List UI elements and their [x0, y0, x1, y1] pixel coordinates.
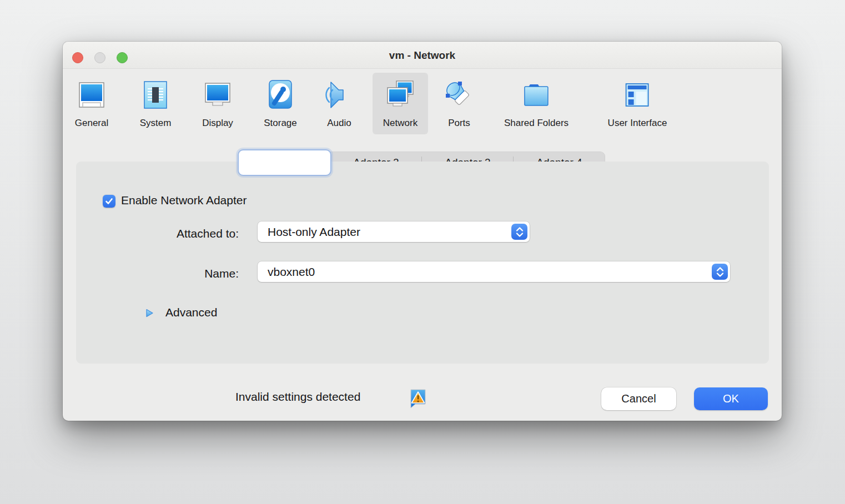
toolbar-label: Audio	[327, 118, 351, 129]
enable-network-adapter-checkbox[interactable]	[103, 195, 115, 208]
cancel-button[interactable]: Cancel	[601, 387, 676, 410]
settings-window: vm - Network General	[63, 42, 782, 421]
enable-network-adapter-label: Enable Network Adapter	[121, 194, 247, 207]
toolbar-label: Ports	[448, 118, 470, 129]
toolbar-item-system[interactable]: System	[128, 73, 183, 134]
user-interface-window-icon	[620, 77, 655, 113]
window-title: vm - Network	[63, 42, 782, 69]
name-dropdown[interactable]: vboxnet0	[258, 261, 730, 282]
title-bar: vm - Network	[63, 42, 782, 69]
attached-to-value: Host-only Adapter	[258, 225, 530, 239]
invalid-settings-status: Invalid settings detected	[235, 390, 360, 404]
toolbar-label: System	[140, 118, 172, 129]
shared-folders-icon	[519, 77, 554, 113]
toolbar-item-network[interactable]: Network	[373, 73, 428, 134]
general-monitor-icon	[74, 77, 109, 113]
toolbar-item-ports[interactable]: Ports	[431, 73, 487, 134]
toolbar-label: User Interface	[608, 118, 667, 129]
toolbar-label: Storage	[264, 118, 297, 129]
tab-adapter-1[interactable]	[239, 150, 330, 175]
warning-icon	[409, 389, 427, 409]
name-value: vboxnet0	[258, 265, 730, 279]
toolbar-item-storage[interactable]: Storage	[253, 73, 308, 134]
attached-to-dropdown[interactable]: Host-only Adapter	[258, 221, 530, 242]
cancel-button-label: Cancel	[621, 392, 656, 405]
dropdown-stepper-icon	[511, 224, 527, 240]
toolbar-label: Display	[202, 118, 233, 129]
toolbar-label: Shared Folders	[504, 118, 569, 129]
network-monitors-icon	[383, 77, 418, 113]
toolbar-item-audio[interactable]: Audio	[311, 73, 367, 134]
ports-plug-icon	[441, 77, 477, 113]
close-button[interactable]	[72, 52, 83, 63]
attached-to-label: Attached to:	[100, 227, 239, 240]
ok-button[interactable]: OK	[694, 387, 768, 410]
checkmark-icon	[104, 196, 114, 206]
ok-button-label: OK	[723, 392, 739, 405]
toolbar-item-general[interactable]: General	[64, 73, 119, 134]
settings-toolbar: General System	[63, 69, 782, 141]
advanced-label[interactable]: Advanced	[165, 306, 217, 319]
display-monitor-icon	[200, 77, 235, 113]
adapter-panel: Enable Network Adapter Attached to: Host…	[76, 162, 769, 364]
storage-disk-icon	[263, 77, 298, 113]
zoom-button[interactable]	[117, 52, 128, 63]
system-chip-icon	[138, 77, 173, 113]
minimize-button[interactable]	[94, 52, 105, 63]
name-label: Name:	[100, 267, 239, 280]
toolbar-item-display[interactable]: Display	[190, 73, 245, 134]
toolbar-label: Network	[383, 118, 418, 129]
toolbar-item-shared-folders[interactable]: Shared Folders	[494, 73, 579, 134]
dropdown-stepper-icon	[712, 264, 728, 280]
advanced-disclosure-triangle-icon[interactable]	[144, 308, 154, 318]
audio-speaker-icon	[321, 77, 357, 113]
toolbar-label: General	[75, 118, 108, 129]
toolbar-item-user-interface[interactable]: User Interface	[598, 73, 677, 134]
